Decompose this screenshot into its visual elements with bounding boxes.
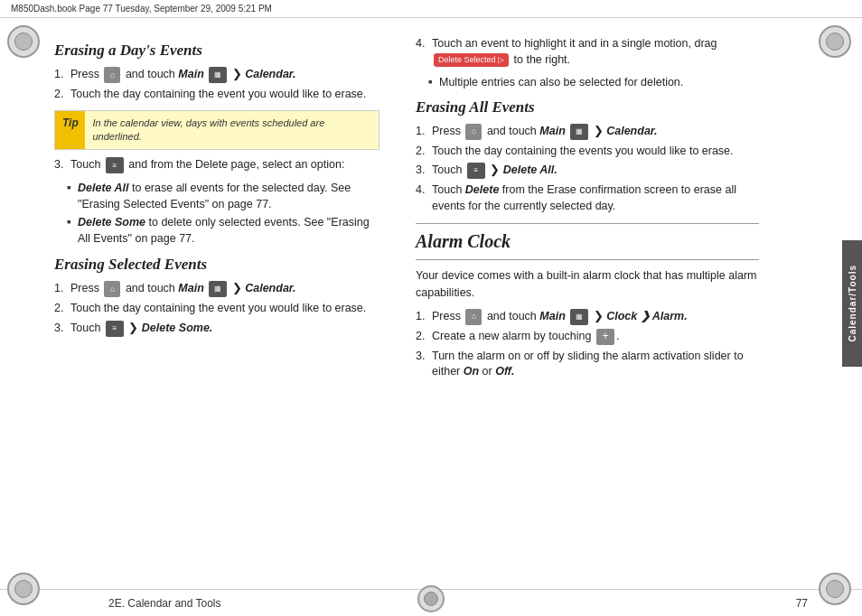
list-item: 1. Press ⌂ and touch Main ▦ ❯ Clock ❯ Al… xyxy=(416,309,759,325)
home-icon: ⌂ xyxy=(465,309,482,325)
erasing-day-list: 1. Press ⌂ and touch Main ▦ ❯ Calendar. … xyxy=(54,67,379,103)
page-number: 77 xyxy=(796,597,808,610)
list-item: 3. Turn the alarm on or off by sliding t… xyxy=(416,349,759,380)
bottom-center-decoration xyxy=(417,585,445,612)
list-item: 3. Touch ≡ ❯ Delete Some. xyxy=(54,321,379,337)
side-tab-label: Calendar/Tools xyxy=(848,265,857,342)
plus-icon: + xyxy=(596,329,614,345)
side-tab: Calendar/Tools xyxy=(842,240,862,367)
corner-decoration-tl xyxy=(7,25,43,61)
delete-selected-button: Delete Selected ▷ xyxy=(434,53,509,67)
section-erasing-all: Erasing All Events 1. Press ⌂ and touch … xyxy=(416,98,759,215)
section-title-erasing-day: Erasing a Day's Events xyxy=(54,42,379,60)
top-bar: M850Dash.book Page 77 Tuesday, September… xyxy=(0,0,862,18)
right-column: 4. Touch an event to highlight it and in… xyxy=(398,27,813,589)
section-divider-bottom xyxy=(416,259,759,260)
content-area: Erasing a Day's Events 1. Press ⌂ and to… xyxy=(0,18,862,589)
list-item: 3. Touch ≡ ❯ Delete All. xyxy=(416,163,759,179)
corner-decoration-br xyxy=(819,573,855,609)
menu-icon: ≡ xyxy=(467,163,485,179)
menu-icon: ≡ xyxy=(106,157,124,173)
section-erasing-day-events: Erasing a Day's Events 1. Press ⌂ and to… xyxy=(54,42,379,247)
section-alarm-clock: Alarm Clock Your device comes with a bui… xyxy=(416,223,759,380)
grid-icon: ▦ xyxy=(209,67,227,83)
top-bar-text: M850Dash.book Page 77 Tuesday, September… xyxy=(11,4,272,14)
grid-icon: ▦ xyxy=(570,309,588,325)
list-item: Delete Some to delete only selected even… xyxy=(67,215,379,247)
list-item: 2. Touch the day containing the events y… xyxy=(416,144,759,160)
list-item: 2. Create a new alarm by touching +. xyxy=(416,329,759,345)
menu-icon: ≡ xyxy=(106,321,124,337)
list-item: 2. Touch the day containing the event yo… xyxy=(54,301,379,317)
list-item: 4. Touch Delete from the Erase confirmat… xyxy=(416,182,759,214)
step4-list: 4. Touch an event to highlight it and in… xyxy=(416,36,759,68)
home-icon: ⌂ xyxy=(465,124,482,140)
tip-box: Tip In the calendar view, days with even… xyxy=(54,110,379,151)
list-item: 1. Press ⌂ and touch Main ▦ ❯ Calendar. xyxy=(54,281,379,297)
tip-label: Tip xyxy=(55,111,85,150)
home-icon: ⌂ xyxy=(104,67,120,83)
section-title-erasing-selected: Erasing Selected Events xyxy=(54,256,379,274)
grid-icon: ▦ xyxy=(209,281,227,297)
section-title-erasing-all: Erasing All Events xyxy=(416,98,759,117)
alarm-list: 1. Press ⌂ and touch Main ▦ ❯ Clock ❯ Al… xyxy=(416,309,759,380)
erasing-all-list: 1. Press ⌂ and touch Main ▦ ❯ Calendar. … xyxy=(416,124,759,215)
erasing-selected-list: 1. Press ⌂ and touch Main ▦ ❯ Calendar. … xyxy=(54,281,379,337)
list-item: 1. Press ⌂ and touch Main ▦ ❯ Calendar. xyxy=(416,124,759,140)
section-step4-drag: 4. Touch an event to highlight it and in… xyxy=(416,36,759,91)
list-item: 1. Press ⌂ and touch Main ▦ ❯ Calendar. xyxy=(54,67,379,83)
erasing-day-list-2: 3. Touch ≡ and from the Delete page, sel… xyxy=(54,157,379,173)
delete-options-list: Delete All to erase all events for the s… xyxy=(67,181,379,247)
corner-decoration-bl xyxy=(7,573,43,609)
list-item: Multiple entries can also be selected fo… xyxy=(428,75,759,91)
page-container: M850Dash.book Page 77 Tuesday, September… xyxy=(0,0,862,616)
alarm-intro: Your device comes with a built-in alarm … xyxy=(416,267,759,302)
list-item: 4. Touch an event to highlight it and in… xyxy=(416,36,759,68)
home-icon: ⌂ xyxy=(104,281,120,297)
tip-content: In the calendar view, days with events s… xyxy=(85,111,379,150)
grid-icon: ▦ xyxy=(570,124,588,140)
section-title-alarm-clock: Alarm Clock xyxy=(416,231,759,252)
list-item: Delete All to erase all events for the s… xyxy=(67,181,379,212)
corner-decoration-tr xyxy=(819,25,855,61)
list-item: 3. Touch ≡ and from the Delete page, sel… xyxy=(54,157,379,173)
list-item: 2. Touch the day containing the event yo… xyxy=(54,87,379,103)
multiple-entries-list: Multiple entries can also be selected fo… xyxy=(428,75,759,91)
section-divider xyxy=(416,223,759,224)
left-column: Erasing a Day's Events 1. Press ⌂ and to… xyxy=(0,27,398,589)
section-erasing-selected: Erasing Selected Events 1. Press ⌂ and t… xyxy=(54,256,379,337)
